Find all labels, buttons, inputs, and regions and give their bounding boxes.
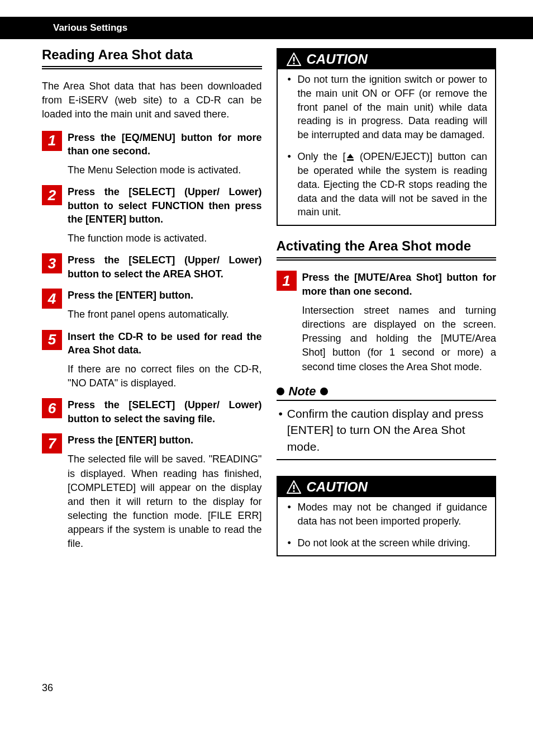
left-column: Reading Area Shot data The Area Shot dat… — [42, 39, 262, 559]
caution-item: • Do not look at the screen while drivin… — [288, 536, 488, 550]
caution-item: • Only the [ (OPEN/EJECT)] button can be… — [288, 150, 488, 219]
eject-icon — [346, 153, 355, 161]
step-instruction: Press the [MUTE/Area Shot] button for mo… — [302, 271, 497, 298]
step-instruction: Insert the CD-R to be used for read the … — [68, 330, 262, 357]
step-body: Press the [SELECT] (Upper/ Lower) button… — [68, 398, 262, 426]
caution-label: CAUTION — [307, 479, 368, 495]
step-7: 7 Press the [ENTER] button. The selected… — [42, 433, 262, 551]
svg-rect-7 — [293, 490, 294, 492]
step-instruction: Press the [SELECT] (Upper/ Lower) button… — [68, 185, 262, 226]
step-body: Press the [SELECT] (Upper/ Lower) button… — [68, 253, 262, 281]
step-body: Press the [ENTER] button. The selected f… — [68, 433, 262, 551]
step-body: Insert the CD-R to be used for read the … — [68, 330, 262, 391]
section-header: Various Settings — [0, 17, 533, 39]
step-2: 2 Press the [SELECT] (Upper/ Lower) butt… — [42, 185, 262, 245]
svg-rect-6 — [293, 485, 294, 489]
step-number: 3 — [42, 253, 62, 273]
step-instruction: Press the [ENTER] button. — [68, 433, 262, 447]
step-description: Intersection street names and turning di… — [302, 304, 497, 374]
caution-text: Do not look at the screen while driving. — [298, 537, 470, 549]
note-header: Note — [277, 384, 497, 399]
step-5: 5 Insert the CD-R to be used for read th… — [42, 330, 262, 391]
bullet-icon: • — [279, 405, 283, 455]
bullet-icon: • — [288, 73, 291, 87]
note-text: Confirm the caution display and press [E… — [287, 405, 494, 455]
right-column: CAUTION • Do not turn the ignition switc… — [277, 39, 497, 559]
caution-item: • Modes may not be changed if guidance d… — [288, 500, 488, 528]
step-body: Press the [SELECT] (Upper/ Lower) button… — [68, 185, 262, 245]
intro-paragraph: The Area Shot data that has been downloa… — [42, 79, 262, 122]
step-number: 1 — [277, 271, 297, 291]
bullet-icon: • — [288, 150, 291, 164]
step-3: 3 Press the [SELECT] (Upper/ Lower) butt… — [42, 253, 262, 281]
caution-text-prefix: Only the [ — [298, 151, 346, 162]
step-6: 6 Press the [SELECT] (Upper/ Lower) butt… — [42, 398, 262, 426]
svg-marker-3 — [347, 154, 354, 158]
step-body: Press the [EQ/MENU] button for more than… — [68, 131, 262, 178]
caution-body: • Modes may not be changed if guidance d… — [278, 497, 496, 555]
separator — [277, 257, 497, 261]
step-description: The selected file will be saved. "READIN… — [68, 452, 262, 551]
caution-box-2: CAUTION • Modes may not be changed if gu… — [277, 476, 497, 556]
left-section-title: Reading Area Shot data — [42, 47, 262, 63]
step-number: 5 — [42, 330, 62, 350]
caution-header: CAUTION — [278, 49, 496, 69]
step-number: 1 — [42, 131, 62, 151]
step-description: The front panel opens automatically. — [68, 308, 262, 322]
right-step-1: 1 Press the [MUTE/Area Shot] button for … — [277, 271, 497, 374]
step-instruction: Press the [EQ/MENU] button for more than… — [68, 131, 262, 158]
svg-rect-2 — [293, 63, 294, 64]
step-instruction: Press the [SELECT] (Upper/ Lower) button… — [68, 253, 262, 281]
caution-text: Modes may not be changed if guidance dat… — [298, 502, 488, 527]
caution-box-1: CAUTION • Do not turn the ignition switc… — [277, 48, 497, 226]
step-number: 2 — [42, 185, 62, 205]
step-number: 6 — [42, 398, 62, 418]
right-section-title: Activating the Area Shot mode — [277, 238, 497, 254]
step-description: If there are no correct files on the CD-… — [68, 362, 262, 390]
step-4: 4 Press the [ENTER] button. The front pa… — [42, 289, 262, 322]
step-number: 7 — [42, 433, 62, 453]
bullet-icon: • — [288, 536, 291, 550]
step-instruction: Press the [SELECT] (Upper/ Lower) button… — [68, 398, 262, 426]
step-number: 4 — [42, 289, 62, 309]
content-columns: Reading Area Shot data The Area Shot dat… — [0, 39, 533, 559]
step-instruction: Press the [ENTER] button. — [68, 289, 262, 302]
warning-icon — [287, 53, 301, 66]
svg-rect-4 — [347, 159, 354, 160]
bullet-icon: • — [288, 500, 291, 514]
warning-icon — [287, 480, 301, 494]
caution-body: • Do not turn the ignition switch or pow… — [278, 69, 496, 225]
dot-icon — [277, 388, 284, 395]
step-body: Press the [MUTE/Area Shot] button for mo… — [302, 271, 497, 374]
step-description: The Menu Selection mode is activated. — [68, 163, 262, 177]
breadcrumb: Various Settings — [53, 22, 127, 33]
step-description: The function mode is activated. — [68, 231, 262, 245]
svg-rect-1 — [293, 57, 294, 62]
caution-header: CAUTION — [278, 477, 496, 497]
caution-item: • Do not turn the ignition switch or pow… — [288, 73, 488, 142]
step-1: 1 Press the [EQ/MENU] button for more th… — [42, 131, 262, 178]
separator — [42, 66, 262, 69]
dot-icon — [320, 388, 328, 395]
caution-label: CAUTION — [307, 51, 368, 67]
page: Various Settings Reading Area Shot data … — [0, 17, 533, 716]
note-body: • Confirm the caution display and press … — [277, 400, 497, 460]
step-body: Press the [ENTER] button. The front pane… — [68, 289, 262, 322]
note-label: Note — [289, 384, 316, 399]
caution-text: Do not turn the ignition switch or power… — [298, 74, 488, 140]
page-number: 36 — [42, 682, 533, 694]
